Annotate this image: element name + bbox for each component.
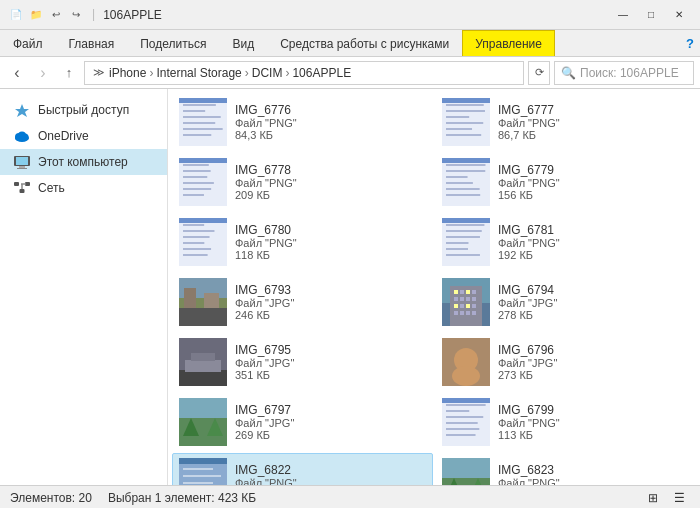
svg-rect-89 [191, 353, 215, 361]
svg-rect-56 [446, 230, 482, 232]
refresh-button[interactable]: ⟳ [528, 61, 550, 85]
file-item[interactable]: IMG_6822Файл "PNG"423 КБ [172, 453, 433, 485]
file-name: IMG_6793 [235, 283, 426, 297]
file-info: IMG_6793Файл "JPG"246 КБ [235, 283, 426, 321]
title-icon-undo[interactable]: ↩ [48, 7, 64, 23]
file-item[interactable]: IMG_6793Файл "JPG"246 КБ [172, 273, 433, 331]
svg-rect-83 [460, 311, 464, 315]
svg-rect-70 [454, 290, 458, 294]
file-type: Файл "JPG" [235, 417, 426, 429]
svg-rect-87 [179, 370, 227, 386]
file-item[interactable]: IMG_6795Файл "JPG"351 КБ [172, 333, 433, 391]
address-path[interactable]: ≫ iPhone Internal Storage DCIM 106APPLE [84, 61, 524, 85]
file-size: 273 КБ [498, 369, 689, 381]
tab-picture-tools[interactable]: Средства работы с рисунками [267, 30, 462, 56]
title-bar-icons: 📄 📁 ↩ ↪ | [8, 7, 95, 23]
svg-rect-73 [472, 290, 476, 294]
item-count: Элементов: 20 [10, 491, 92, 505]
svg-rect-7 [19, 166, 25, 168]
file-item[interactable]: IMG_6823Файл "PNG"1,24 МБ [435, 453, 696, 485]
svg-marker-0 [15, 104, 29, 117]
file-name: IMG_6796 [498, 343, 689, 357]
file-item[interactable]: IMG_6778Файл "PNG"209 КБ [172, 153, 433, 211]
svg-rect-102 [446, 428, 479, 430]
svg-rect-45 [442, 158, 490, 163]
file-thumbnail [442, 278, 490, 326]
file-grid: IMG_6776Файл "PNG"84,3 КБIMG_6777Файл "P… [168, 89, 700, 485]
file-item[interactable]: IMG_6797Файл "JPG"269 КБ [172, 393, 433, 451]
sidebar-item-onedrive[interactable]: OneDrive [0, 123, 167, 149]
tab-home[interactable]: Главная [56, 30, 128, 56]
file-item[interactable]: IMG_6781Файл "PNG"192 КБ [435, 213, 696, 271]
sidebar-item-this-pc[interactable]: Этот компьютер [0, 149, 167, 175]
svg-rect-28 [446, 134, 481, 136]
svg-rect-24 [446, 110, 485, 112]
svg-rect-107 [183, 468, 213, 470]
sidebar: Быстрый доступ OneDrive [0, 89, 168, 485]
path-dcim[interactable]: DCIM [252, 66, 283, 80]
path-sep-2 [245, 66, 249, 80]
svg-rect-52 [183, 254, 208, 256]
back-button[interactable] [6, 62, 28, 84]
file-item[interactable]: IMG_6794Файл "JPG"278 КБ [435, 273, 696, 331]
sidebar-label-network: Сеть [38, 181, 65, 195]
file-type: Файл "PNG" [235, 117, 426, 129]
svg-rect-9 [14, 182, 19, 186]
help-button[interactable]: ? [680, 30, 700, 56]
title-icon-redo[interactable]: ↪ [68, 7, 84, 23]
maximize-button[interactable]: □ [638, 5, 664, 25]
file-item[interactable]: IMG_6779Файл "PNG"156 КБ [435, 153, 696, 211]
svg-rect-79 [460, 304, 464, 308]
svg-rect-61 [442, 218, 490, 223]
tab-manage[interactable]: Управление [462, 30, 555, 56]
tab-share[interactable]: Поделиться [127, 30, 219, 56]
file-size: 156 КБ [498, 189, 689, 201]
file-type: Файл "JPG" [498, 357, 689, 369]
minimize-button[interactable]: — [610, 5, 636, 25]
svg-rect-76 [466, 297, 470, 301]
svg-rect-77 [472, 297, 476, 301]
svg-rect-34 [183, 182, 214, 184]
file-size: 192 КБ [498, 249, 689, 261]
file-item[interactable]: IMG_6776Файл "PNG"84,3 КБ [172, 93, 433, 151]
sidebar-item-network[interactable]: Сеть [0, 175, 167, 201]
file-thumbnail [179, 278, 227, 326]
list-view-button[interactable]: ☰ [668, 489, 690, 507]
svg-rect-44 [446, 194, 480, 196]
close-button[interactable]: ✕ [666, 5, 692, 25]
file-item[interactable]: IMG_6780Файл "PNG"118 КБ [172, 213, 433, 271]
svg-rect-39 [446, 164, 485, 166]
file-name: IMG_6823 [498, 463, 689, 477]
file-name: IMG_6799 [498, 403, 689, 417]
file-info: IMG_6776Файл "PNG"84,3 КБ [235, 103, 426, 141]
file-item[interactable]: IMG_6796Файл "JPG"273 КБ [435, 333, 696, 391]
path-iphone[interactable]: iPhone [109, 66, 146, 80]
svg-rect-94 [179, 398, 227, 418]
path-internal-storage[interactable]: Internal Storage [156, 66, 241, 80]
tab-view[interactable]: Вид [219, 30, 267, 56]
svg-rect-60 [446, 254, 480, 256]
up-button[interactable] [58, 62, 80, 84]
file-size: 278 КБ [498, 309, 689, 321]
svg-point-4 [18, 132, 26, 139]
svg-rect-41 [446, 176, 468, 178]
title-text: 106APPLE [103, 8, 610, 22]
file-thumbnail [179, 338, 227, 386]
address-bar: ≫ iPhone Internal Storage DCIM 106APPLE … [0, 57, 700, 89]
svg-rect-40 [446, 170, 485, 172]
sidebar-item-quick-access[interactable]: Быстрый доступ [0, 97, 167, 123]
svg-rect-101 [446, 422, 478, 424]
file-item[interactable]: IMG_6799Файл "PNG"113 КБ [435, 393, 696, 451]
tab-file[interactable]: Файл [0, 30, 56, 56]
svg-rect-72 [466, 290, 470, 294]
search-placeholder: Поиск: 106APPLE [580, 66, 679, 80]
search-box[interactable]: 🔍 Поиск: 106APPLE [554, 61, 694, 85]
svg-rect-29 [442, 98, 490, 103]
file-info: IMG_6794Файл "JPG"278 КБ [498, 283, 689, 321]
file-item[interactable]: IMG_6777Файл "PNG"86,7 КБ [435, 93, 696, 151]
title-controls: — □ ✕ [610, 5, 692, 25]
grid-view-button[interactable]: ⊞ [642, 489, 664, 507]
file-size: 246 КБ [235, 309, 426, 321]
svg-rect-53 [179, 218, 227, 223]
forward-button[interactable] [32, 62, 54, 84]
